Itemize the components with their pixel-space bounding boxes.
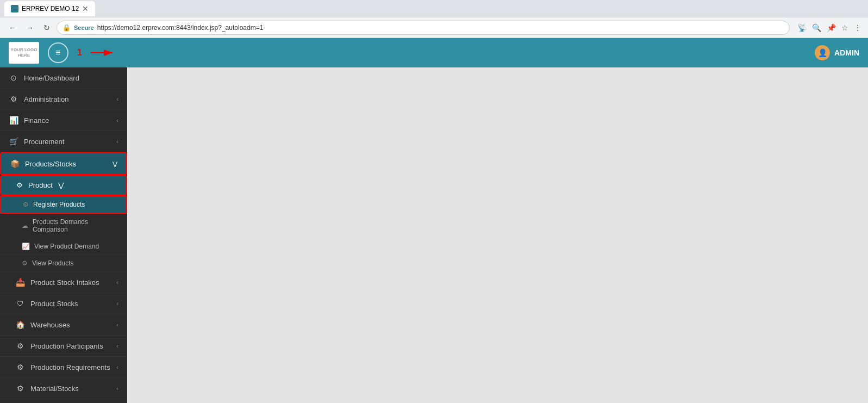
sidebar-item-product-stocks[interactable]: 🛡 Product Stocks ‹ [0,293,127,314]
product-chevron: ⋁ [58,181,64,189]
view-demand-icon: 📈 [22,243,30,250]
star-icon[interactable]: ☆ [840,22,850,33]
annotation-1-label: 1 [77,48,82,58]
sidebar-item-finance[interactable]: 📊 Finance ‹ [0,110,127,131]
production-requirements-icon: ⚙ [15,363,25,371]
products-stocks-icon: 📦 [10,159,20,168]
production-requirements-chevron: ‹ [116,364,118,370]
back-button[interactable]: ← [5,21,20,34]
sidebar-label-register-products: Register Products [33,201,85,208]
sidebar-item-product-stock-intakes[interactable]: 📥 Product Stock Intakes ‹ [0,272,127,293]
sidebar-label-finance: Finance [24,116,111,125]
demands-icon: ☁ [22,222,28,230]
sidebar-item-production-requirements[interactable]: ⚙ Production Requirements ‹ [0,357,127,378]
hamburger-button[interactable]: ≡ [48,42,68,63]
material-stocks-chevron: ‹ [116,385,118,392]
product-stocks-chevron: ‹ [116,300,118,307]
production-participants-chevron: ‹ [116,343,118,349]
procurement-chevron: ‹ [116,138,118,145]
app-wrapper: YOUR LOGO HERE ≡ 1 👤 ADMIN ⊙ Home/Dashbo… [0,38,868,403]
lock-icon: 🔒 [63,24,71,32]
sidebar-item-warehouses[interactable]: 🏠 Warehouses ‹ [0,314,127,336]
register-products-icon: ⚙ [23,201,29,208]
procurement-icon: 🛒 [9,137,18,146]
sidebar-label-warehouses: Warehouses [30,321,111,329]
sidebar-item-administration[interactable]: ⚙ Administration ‹ [0,89,127,110]
browser-navbar: ← → ↻ 🔒 Secure https://demo12.erprev.com… [0,17,868,38]
sidebar-subitem-register-products[interactable]: ⚙ Register Products [0,195,127,214]
sidebar-item-material-stocks[interactable]: ⚙ Material/Stocks ‹ [0,378,127,399]
sidebar-label-products-stocks: Products/Stocks [25,160,107,168]
reload-button[interactable]: ↻ [40,21,53,34]
products-stocks-chevron: ⋁ [113,160,117,168]
address-bar[interactable]: 🔒 Secure https://demo12.erprev.com:8443/… [57,21,790,35]
user-avatar: 👤 [815,45,830,60]
sidebar-label-product: Product [28,181,53,189]
sidebar-label-view-products: View Products [32,259,73,267]
tab-title: ERPREV DEMO 12 [22,5,79,13]
warehouses-icon: 🏠 [15,320,25,329]
sidebar-product-header[interactable]: ⚙ Product ⋁ [0,175,127,195]
sidebar: ⊙ Home/Dashboard ⚙ Administration ‹ 📊 Fi… [0,67,127,403]
finance-chevron: ‹ [116,117,118,123]
sidebar-label-administration: Administration [24,95,111,103]
sidebar-subitem-products-demands[interactable]: ☁ Products Demands Comparison [0,214,127,238]
header-right: 👤 ADMIN [815,45,859,60]
logo: YOUR LOGO HERE [9,42,39,64]
browser-titlebar: ERPREV DEMO 12 ✕ [0,0,868,17]
app-header: YOUR LOGO HERE ≡ 1 👤 ADMIN [0,38,868,67]
sidebar-label-product-stock-intakes: Product Stock Intakes [30,278,111,287]
main-layout: ⊙ Home/Dashboard ⚙ Administration ‹ 📊 Fi… [0,67,868,403]
admin-label: ADMIN [834,48,859,57]
zoom-icon[interactable]: 🔍 [811,22,822,33]
finance-icon: 📊 [9,116,18,125]
sidebar-label-production-requirements: Production Requirements [30,363,111,371]
sidebar-label-view-product-demand: View Product Demand [34,243,99,250]
secure-label: Secure [74,24,94,31]
administration-chevron: ‹ [116,96,118,102]
sidebar-item-production-participants[interactable]: ⚙ Production Participants ‹ [0,336,127,357]
sidebar-label-home: Home/Dashboard [24,74,118,82]
content-area [127,67,868,403]
product-icon: ⚙ [16,181,23,189]
home-icon: ⊙ [9,73,18,82]
sidebar-label-production-participants: Production Participants [30,342,111,350]
sidebar-subitem-view-product-demand[interactable]: 📈 View Product Demand [0,238,127,255]
browser-tab[interactable]: ERPREV DEMO 12 ✕ [4,1,95,16]
tab-favicon [11,5,18,13]
pin-icon[interactable]: 📌 [826,22,837,33]
sidebar-item-products-stocks[interactable]: 📦 Products/Stocks ⋁ [0,152,127,175]
sidebar-label-procurement: Procurement [24,138,111,146]
administration-icon: ⚙ [9,95,18,103]
warehouses-chevron: ‹ [116,321,118,328]
tab-close-button[interactable]: ✕ [82,4,89,13]
sidebar-item-services[interactable]: ⚙ Services ‹ [0,399,127,403]
sidebar-label-material-stocks: Material/Stocks [30,385,111,393]
sidebar-subitem-view-products[interactable]: ⚙ View Products [0,255,127,272]
sidebar-label-product-stocks: Product Stocks [30,300,111,308]
sidebar-item-procurement[interactable]: 🛒 Procurement ‹ [0,131,127,152]
sidebar-item-home-dashboard[interactable]: ⊙ Home/Dashboard [0,67,127,89]
sidebar-label-products-demands: Products Demands Comparison [33,218,118,233]
product-stocks-icon: 🛡 [15,299,25,308]
view-products-icon: ⚙ [22,259,28,267]
forward-button[interactable]: → [23,21,37,34]
stock-intakes-icon: 📥 [15,278,25,287]
menu-icon[interactable]: ⋮ [853,22,863,33]
nav-icons: 📡 🔍 📌 ☆ ⋮ [796,22,863,33]
material-stocks-icon: ⚙ [15,384,25,393]
cast-icon[interactable]: 📡 [796,22,808,33]
url-text: https://demo12.erprev.com:8443/index.jsp… [97,24,264,32]
stock-intakes-chevron: ‹ [116,279,118,286]
production-participants-icon: ⚙ [15,342,25,350]
annotation-arrow-1 [91,45,123,61]
